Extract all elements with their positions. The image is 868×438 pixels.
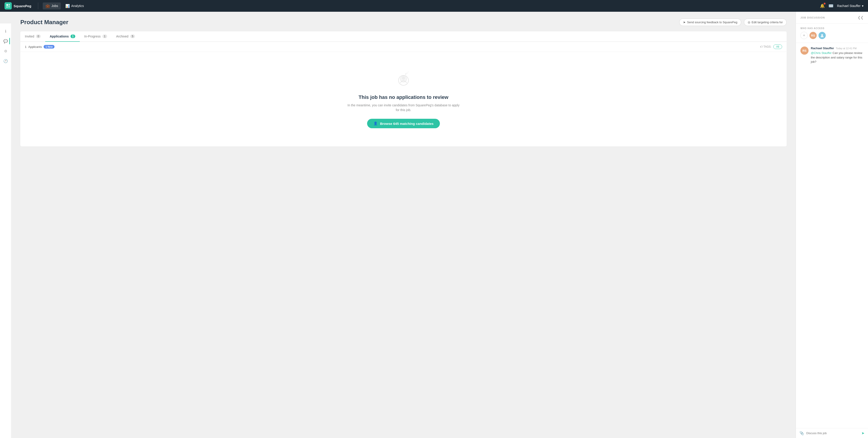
empty-state-subtitle: In the meantime, you can invite candidat… [347,103,460,112]
chart-icon: 📊 [65,4,70,8]
tab-inprogress[interactable]: In-Progress 1 [80,31,112,42]
tab-applications-count: 1 [70,35,75,38]
logo-text: SquarePeg [13,4,31,8]
browse-icon: 👤 [373,122,378,126]
tab-applications[interactable]: Applications 1 [45,31,80,42]
page-header: Product Manager ➤ Send sourcing feedback… [20,19,786,26]
message-time: Today at 12:41 PM [836,47,857,50]
nav-jobs-label: Jobs [51,4,58,8]
applicants-count: 1 Applicants 1 New [25,45,55,48]
avatar-rachael: RS [809,32,817,39]
tag-all-button[interactable]: All [773,44,782,49]
message-content: Rachael Stauffer Today at 12:41 PM @Chri… [811,46,864,64]
tab-archived[interactable]: Archived 5 [112,31,140,42]
svg-point-3 [8,6,10,8]
feedback-btn-label: Send sourcing feedback to SquarePeg [687,21,737,24]
sidebar-collapse-button[interactable]: ❮❮ [858,15,864,20]
svg-rect-0 [6,4,8,6]
tabs-bar: Invited 0 Applications 1 In-Progress 1 A… [20,31,786,42]
header-buttons: ➤ Send sourcing feedback to SquarePeg ◎ … [679,19,786,26]
discussion-message: RS Rachael Stauffer Today at 12:41 PM @C… [800,46,864,64]
applicants-number: 1 [25,45,26,48]
targeting-btn-label: Edit targeting criteria for [752,21,783,24]
clock-sidebar-btn[interactable]: 🕐 [2,57,10,65]
filter-sidebar-btn[interactable]: ⚙ [2,47,10,55]
tags-label: 🏷 TAGS: [760,45,772,48]
message-author: Rachael Stauffer [811,46,834,50]
tag-icon: 🏷 [760,45,763,48]
mention: @Chris Stauffer [811,51,832,55]
message-header: Rachael Stauffer Today at 12:41 PM [811,46,864,50]
applicants-label: Applicants [28,45,42,48]
logo[interactable]: SquarePeg [4,2,31,9]
notification-dot [824,3,826,4]
main-nav: 💼 Jobs 📊 Analytics [43,2,820,9]
send-icon: ➤ [683,21,686,24]
send-feedback-button[interactable]: ➤ Send sourcing feedback to SquarePeg [679,19,741,26]
svg-text:z: z [408,71,408,72]
svg-point-6 [402,76,405,80]
nav-jobs[interactable]: 💼 Jobs [43,2,61,9]
notifications-button[interactable]: 🔔 [820,3,825,8]
attach-icon[interactable]: 📎 [800,431,804,435]
message-text: @Chris Stauffer Can you please review th… [811,51,864,64]
add-user-button[interactable]: + [800,32,808,39]
nav-analytics-label: Analytics [71,4,84,8]
briefcase-icon: 💼 [45,4,50,8]
applicants-bar: 1 Applicants 1 New 🏷 TAGS: All [20,42,786,52]
main-layout: ℹ 💬 ⚙ 🕐 Product Manager ➤ Send sourcing … [0,12,868,438]
chat-sidebar-btn[interactable]: 💬 [2,37,10,45]
svg-point-10 [821,34,823,36]
tab-invited[interactable]: Invited 0 [20,31,45,42]
nav-right: 🔔 ✉️ Rachael Stauffer ▾ [820,3,864,8]
tab-archived-count: 5 [130,35,135,38]
messages-button[interactable]: ✉️ [829,3,833,8]
discussion-thread: RS Rachael Stauffer Today at 12:41 PM @C… [796,43,868,428]
tab-inprogress-label: In-Progress [84,35,101,38]
svg-rect-2 [6,6,8,8]
browse-label: Browse 645 matching candidates [380,122,434,126]
tab-applications-label: Applications [50,35,69,38]
message-avatar: RS [800,46,809,55]
info-sidebar-btn[interactable]: ℹ [2,27,10,35]
browse-candidates-button[interactable]: 👤 Browse 645 matching candidates [367,119,440,128]
new-badge: 1 New [43,45,55,48]
edit-targeting-button[interactable]: ◎ Edit targeting criteria for [744,19,786,26]
left-sidebar-icons: ℹ 💬 ⚙ 🕐 [0,24,11,438]
who-has-access-section: WHO HAS ACCESS + RS [796,24,868,43]
sidebar-header: JOB DISCUSSION ❮❮ [796,12,868,24]
empty-state-icon: Z z z [395,70,412,89]
empty-state: Z z z This job has no applications to re… [20,52,786,146]
avatar-chris [818,32,826,39]
logo-icon [4,2,12,9]
right-sidebar: JOB DISCUSSION ❮❮ WHO HAS ACCESS + RS [796,12,868,438]
chevron-down-icon: ▾ [862,4,864,8]
user-menu[interactable]: Rachael Stauffer ▾ [837,4,864,8]
tab-invited-count: 0 [36,35,41,38]
target-icon: ◎ [748,21,750,24]
tab-inprogress-count: 1 [102,35,107,38]
tab-invited-label: Invited [25,35,34,38]
access-users-list: + RS [800,32,864,39]
empty-state-title: This job has no applications to review [359,94,448,100]
svg-rect-1 [8,4,10,5]
top-navigation: SquarePeg 💼 Jobs 📊 Analytics 🔔 ✉️ Rachae… [0,0,868,12]
content-area: Product Manager ➤ Send sourcing feedback… [11,12,796,438]
main-inner: ℹ 💬 ⚙ 🕐 Product Manager ➤ Send sourcing … [0,12,868,438]
tab-archived-label: Archived [116,35,128,38]
svg-text:Z: Z [405,73,406,75]
sidebar-title: JOB DISCUSSION [800,16,825,19]
page-title: Product Manager [20,19,68,26]
who-access-title: WHO HAS ACCESS [800,27,864,30]
user-name: Rachael Stauffer [837,4,861,8]
discuss-footer: 📎 ➤ [796,428,868,438]
page-content: Product Manager ➤ Send sourcing feedback… [11,12,796,438]
nav-analytics[interactable]: 📊 Analytics [63,2,87,9]
send-message-button[interactable]: ➤ [862,431,864,435]
tags-section: 🏷 TAGS: All [760,44,782,49]
discuss-input[interactable] [806,432,859,435]
svg-text:z: z [407,72,408,74]
